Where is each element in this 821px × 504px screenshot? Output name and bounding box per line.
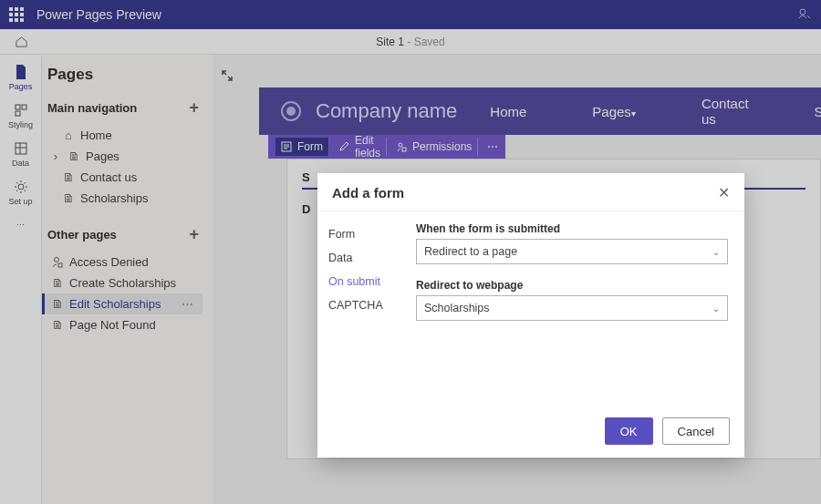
field-submit-action-label: When the form is submitted xyxy=(416,222,728,235)
select-submit-action[interactable]: Redirect to a page ⌄ xyxy=(416,239,728,264)
select-redirect-webpage[interactable]: Scholarships ⌄ xyxy=(416,295,728,321)
tab-on-submit[interactable]: On submit xyxy=(328,270,416,293)
close-icon[interactable]: ✕ xyxy=(718,184,730,201)
ok-button[interactable]: OK xyxy=(605,417,653,445)
tab-form[interactable]: Form xyxy=(328,222,416,246)
tab-captcha[interactable]: CAPTCHA xyxy=(328,293,416,317)
cancel-button[interactable]: Cancel xyxy=(662,417,730,445)
chevron-down-icon: ⌄ xyxy=(712,247,720,257)
chevron-down-icon: ⌄ xyxy=(712,303,720,314)
dialog-tabs: Form Data On submit CAPTCHA xyxy=(317,211,416,408)
add-form-dialog: Add a form ✕ Form Data On submit CAPTCHA… xyxy=(317,173,744,458)
field-redirect-label: Redirect to webpage xyxy=(416,279,728,292)
tab-data[interactable]: Data xyxy=(328,246,416,270)
dialog-title: Add a form xyxy=(332,185,404,201)
